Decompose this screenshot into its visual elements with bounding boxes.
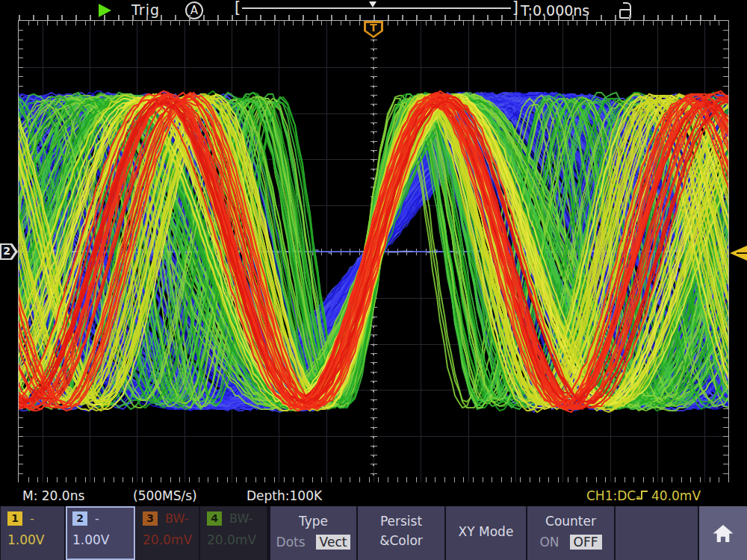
menu-xy-mode[interactable]: XY Mode — [446, 506, 526, 560]
channel-1-scale: 1.00V — [7, 532, 64, 547]
trigger-source-readout: CH1:DC- — [586, 488, 640, 503]
scope-display — [18, 20, 729, 483]
trigger-position-marker[interactable]: T — [364, 21, 383, 38]
hpos-bracket-right: ] — [512, 0, 518, 16]
rising-edge-icon — [636, 489, 648, 501]
trigger-marker-label: T — [364, 22, 383, 34]
channel-2-scale: 1.00V — [72, 532, 134, 547]
horizontal-position-bar[interactable]: [ ] — [235, 0, 518, 16]
channel-4-badge: 4 — [207, 511, 222, 526]
channel-4-box[interactable]: 4 BW- 20.0mV — [200, 506, 267, 560]
channel-3-scale: 20.0mV — [143, 532, 199, 547]
memory-depth-readout: Depth:100K — [247, 488, 322, 503]
channel-4-scale: 20.0mV — [207, 532, 267, 547]
top-ruler-ticks — [19, 15, 728, 20]
menu-xy-title: XY Mode — [446, 524, 526, 539]
ch2-marker-label: 2 — [1, 245, 13, 257]
type-option-dots[interactable]: Dots — [276, 535, 306, 550]
channel-2-mode: - — [95, 511, 99, 526]
menu-type[interactable]: Type Dots Vect — [270, 506, 356, 560]
timebase-readout: M: 20.0ns — [22, 488, 84, 503]
hpos-bracket-left: [ — [235, 0, 241, 16]
bottom-status-bar: M: 20.0ns (500MS/s) Depth:100K CH1:DC- 4… — [0, 482, 747, 506]
channel-4-mode: BW- — [229, 511, 252, 526]
waveform-canvas — [19, 21, 728, 482]
bottom-menu-bar: 1 - 1.00V 2 - 1.00V 3 BW- 20.0mV 4 BW- 2… — [0, 506, 747, 560]
channel-2-box[interactable]: 2 - 1.00V — [66, 506, 135, 560]
channel-1-mode: - — [30, 511, 34, 526]
trigger-level-readout: 40.0mV — [651, 488, 701, 503]
channel-3-badge: 3 — [143, 511, 158, 526]
ch2-position-marker[interactable]: 2 — [0, 243, 18, 260]
hpos-line — [242, 7, 511, 9]
home-button[interactable] — [699, 506, 747, 560]
channel-1-box[interactable]: 1 - 1.00V — [1, 506, 64, 560]
menu-persist-line2: &Color — [358, 533, 444, 548]
menu-blank-cell — [616, 506, 698, 560]
type-option-vect[interactable]: Vect — [316, 535, 351, 550]
menu-persist-line1: Persist — [358, 514, 444, 529]
trigger-level-arrow-notch — [737, 252, 747, 254]
counter-option-on[interactable]: ON — [539, 535, 559, 550]
channel-3-mode: BW- — [165, 511, 188, 526]
menu-persist-color[interactable]: Persist &Color — [358, 506, 444, 560]
menu-counter[interactable]: Counter ON OFF — [527, 506, 614, 560]
trigger-level-arrow-icon[interactable] — [730, 246, 747, 261]
channel-2-badge: 2 — [72, 511, 87, 526]
home-icon — [711, 523, 735, 544]
channel-3-box[interactable]: 3 BW- 20.0mV — [136, 506, 199, 560]
sample-rate-readout: (500MS/s) — [133, 488, 197, 503]
hpos-marker-icon[interactable] — [369, 1, 376, 7]
channel-1-badge: 1 — [7, 511, 22, 526]
counter-option-off[interactable]: OFF — [570, 535, 602, 550]
menu-counter-title: Counter — [527, 514, 614, 529]
menu-type-title: Type — [270, 514, 356, 529]
